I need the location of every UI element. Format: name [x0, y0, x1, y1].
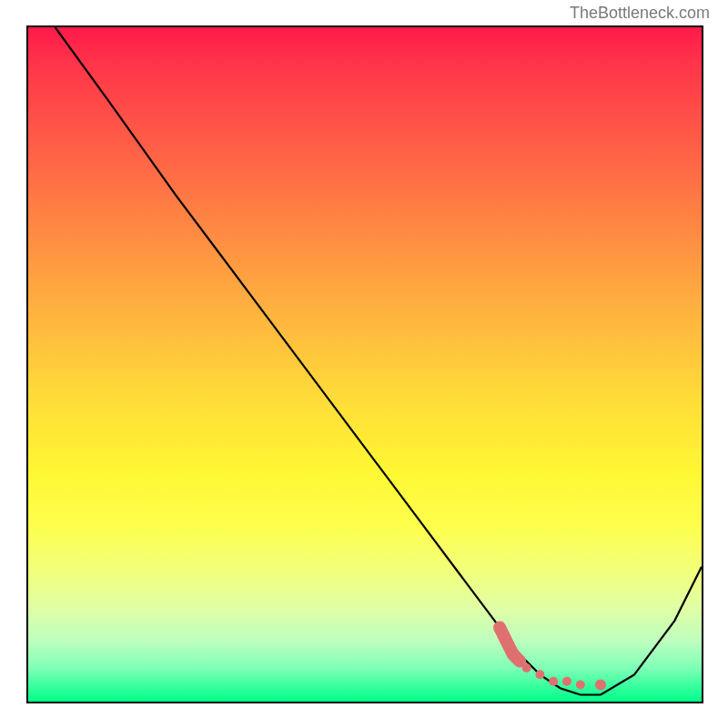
watermark-text: TheBottleneck.com — [570, 4, 710, 23]
chart-area — [26, 25, 703, 703]
chart-background-gradient — [28, 27, 702, 702]
